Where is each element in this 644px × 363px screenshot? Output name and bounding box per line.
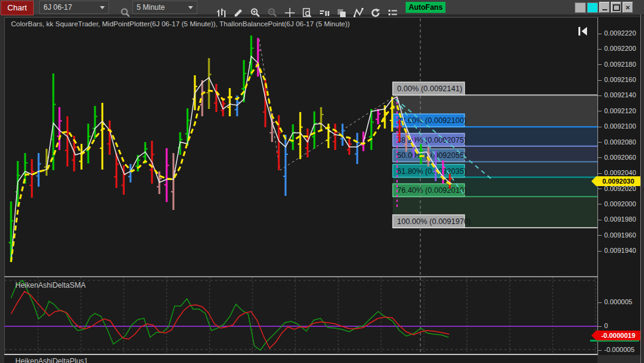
fib-label-text: 23.60% (0.0092100) bbox=[397, 116, 466, 125]
price-axis-tick-dash bbox=[598, 64, 602, 65]
price-axis-tick: 0.0092100 bbox=[604, 122, 636, 130]
indicator-axis-tick: -0.000005 bbox=[604, 346, 635, 353]
indicator-marker-arrow-icon bbox=[591, 331, 596, 340]
minimize-icon bbox=[602, 9, 607, 10]
indicator-line-delta_sma bbox=[11, 291, 449, 348]
fib-label-text: 0.00% (0.0092141) bbox=[397, 84, 462, 93]
price-axis-tick-dash bbox=[598, 111, 602, 111]
zoom-out-button[interactable] bbox=[259, 1, 276, 14]
instrument-dropdown[interactable]: 6J 06-17 bbox=[39, 1, 109, 14]
price-axis-tick-dash bbox=[598, 189, 602, 189]
price-axis-tick-dash bbox=[598, 95, 602, 96]
chart-tab[interactable]: Chart bbox=[1, 1, 34, 15]
sma-dashed-line bbox=[11, 64, 452, 262]
jump-to-latest-button[interactable] bbox=[577, 26, 589, 37]
indicator-chart-canvas[interactable] bbox=[4, 277, 597, 354]
price-axis-tick: 0.0091940 bbox=[604, 247, 636, 254]
indicator-axis-tick-dash bbox=[598, 350, 602, 351]
price-axis-tick-dash bbox=[598, 80, 602, 81]
price-axis-tick: 0.0092120 bbox=[604, 107, 636, 114]
maximize-icon bbox=[613, 4, 620, 11]
window-controls: ✕ bbox=[574, 2, 633, 13]
main-chart-canvas[interactable]: 0.00% (0.0092141)23.60% (0.0092100)38.20… bbox=[4, 17, 597, 276]
indicator-axis-tick-dash bbox=[598, 302, 602, 303]
price-axis-tick: 0.0092200 bbox=[604, 45, 636, 52]
reload-button[interactable] bbox=[362, 1, 379, 14]
fib-label-text: 38.20% (0.0092075) bbox=[397, 136, 466, 144]
price-axis-tick: 0.0092180 bbox=[604, 61, 636, 68]
indicator-marker-value: -0.0000019 bbox=[596, 331, 640, 340]
indicator-value-marker: -0.0000019 bbox=[591, 331, 640, 340]
price-marker-value: 0.0092030 bbox=[596, 176, 640, 186]
chart-title: ColorBars, kk SquareTrader, MidPointPlot… bbox=[11, 20, 350, 28]
price-axis-tick-dash bbox=[598, 235, 602, 236]
data-series-button[interactable] bbox=[310, 1, 327, 14]
interval-dropdown[interactable]: 5 Minute bbox=[132, 1, 197, 14]
close-button[interactable]: ✕ bbox=[623, 2, 633, 13]
interval-value: 5 Minute bbox=[137, 3, 165, 12]
minimize-button[interactable] bbox=[599, 2, 610, 13]
zoom-in-button[interactable] bbox=[241, 1, 259, 14]
trading-app-window: Chart 6J 06-17 5 Minute AutoFa bbox=[0, 0, 644, 363]
price-axis-tick: 0.0091960 bbox=[604, 231, 636, 239]
price-axis-tick: 0.0091980 bbox=[604, 215, 636, 223]
price-axis-tick-dash bbox=[598, 220, 602, 220]
price-axis-tick: 0.0092160 bbox=[604, 76, 636, 83]
price-marker-arrow-icon bbox=[591, 176, 596, 186]
instrument-search-button[interactable] bbox=[113, 1, 127, 14]
autofans-button[interactable]: AutoFans bbox=[406, 2, 445, 13]
chart-style-button[interactable] bbox=[207, 1, 224, 14]
zigzag-button[interactable] bbox=[344, 1, 362, 14]
indicator-axis-tick-dash bbox=[598, 326, 602, 327]
price-axis-tick-dash bbox=[598, 204, 602, 204]
price-axis-tick: 0.0092140 bbox=[604, 91, 636, 99]
price-axis-tick-dash bbox=[598, 173, 602, 174]
close-icon: ✕ bbox=[625, 4, 630, 11]
indicator-axis-tick: 0 bbox=[604, 322, 608, 329]
toolbar: Chart 6J 06-17 5 Minute AutoFa bbox=[0, 0, 644, 15]
bottom-panel-label: HeikenAshiDeltaPlus1 bbox=[15, 357, 88, 363]
toolbar-icons bbox=[207, 1, 396, 14]
fib-label-text: 100.00% (0.0091970) bbox=[397, 217, 471, 226]
indicator-panel-label: HeikenAshiDeltaSMA bbox=[15, 281, 86, 290]
price-axis-tick-dash bbox=[598, 49, 602, 50]
fib-label-text: 50.00% (0.0092055) bbox=[397, 151, 466, 160]
price-axis-tick-dash bbox=[598, 142, 602, 143]
price-axis-tick: 0.0092040 bbox=[604, 169, 636, 176]
price-axis-tick-dash bbox=[598, 127, 602, 127]
fib-label-text: 76.40% (0.0092010) bbox=[397, 186, 466, 195]
current-price-marker: 0.0092030 bbox=[591, 176, 640, 186]
crosshair-button[interactable] bbox=[276, 1, 293, 14]
properties-button[interactable] bbox=[379, 1, 396, 14]
workspace-tab-cyan[interactable] bbox=[587, 2, 598, 13]
fib-label-text: 61.80% (0.0092035) bbox=[397, 167, 466, 176]
workspace-tab-gray[interactable] bbox=[575, 2, 586, 13]
price-axis-tick: 0.0092220 bbox=[604, 29, 636, 37]
price-axis-tick: 0.0092060 bbox=[604, 154, 636, 161]
maximize-button[interactable] bbox=[611, 2, 621, 13]
indicator-axis-tick: 0.000005 bbox=[604, 298, 632, 305]
chevron-down-icon bbox=[188, 6, 193, 9]
price-axis-tick-dash bbox=[598, 157, 602, 158]
price-axis-tick: 0.0092080 bbox=[604, 138, 636, 146]
data-box-button[interactable] bbox=[293, 1, 310, 14]
price-axis-tick: 0.0092000 bbox=[604, 200, 636, 208]
price-axis-tick-dash bbox=[598, 251, 602, 252]
instrument-value: 6J 06-17 bbox=[44, 3, 72, 12]
axis-right-border bbox=[640, 15, 641, 363]
midpoint-plot-line bbox=[11, 56, 452, 262]
chevron-down-icon bbox=[100, 6, 105, 9]
price-axis-tick-dash bbox=[598, 34, 602, 34]
bottom-panel-background bbox=[4, 355, 597, 363]
indicator-line-delta bbox=[11, 280, 449, 350]
